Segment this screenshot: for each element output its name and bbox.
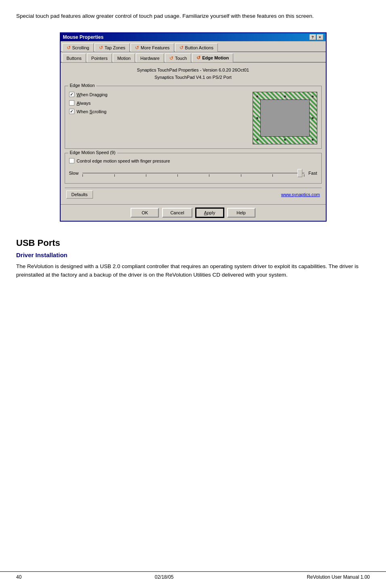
tab-button-actions[interactable]: ↺ Button Actions (175, 43, 218, 52)
synaptics-line1: Synaptics TouchPad Properties - Version … (65, 67, 322, 74)
button-actions-tab-icon: ↺ (179, 45, 184, 51)
synaptics-link[interactable]: www.synaptics.com (281, 192, 320, 197)
driver-installation-title: Driver Installation (16, 252, 370, 258)
tick-6 (241, 174, 241, 177)
tick-4 (177, 174, 178, 177)
when-scrolling-label: When Scrolling (77, 109, 107, 114)
speed-content: Control edge motion speed with finger pr… (69, 157, 317, 177)
synaptics-info: Synaptics TouchPad Properties - Version … (65, 67, 322, 81)
when-scrolling-checkbox[interactable] (69, 109, 74, 114)
always-checkbox[interactable] (69, 100, 74, 106)
intro-paragraph: Special touch pad features allow greater… (16, 12, 370, 20)
always-label: Always (77, 101, 91, 106)
edge-motion-checkboxes: When Dragging Always When Scrolling (69, 92, 245, 144)
finger-pressure-label: Control edge motion speed with finger pr… (77, 159, 170, 163)
touch-tab-label: Touch (175, 56, 187, 61)
slider-thumb[interactable] (297, 169, 302, 177)
edge-motion-groupbox: Edge Motion When Dragging Always (65, 86, 322, 149)
dialog-wrapper: Mouse Properties ? × ↺ Scrolling ↺ Tap Z… (16, 32, 370, 222)
touch-tab-icon: ↺ (169, 55, 173, 61)
dialog-action-buttons: OK Cancel Apply Help (61, 204, 326, 221)
finger-pressure-checkbox[interactable] (69, 158, 74, 163)
tab-pointers[interactable]: Pointers (87, 53, 112, 62)
touchpad-outer (253, 92, 317, 144)
tick-8 (304, 174, 304, 177)
cancel-button[interactable]: Cancel (162, 208, 192, 218)
usb-section: USB Ports Driver Installation The ReVolu… (16, 238, 370, 279)
when-dragging-row: When Dragging (69, 92, 245, 97)
fast-label: Fast (308, 171, 317, 176)
buttons-tab-label: Buttons (67, 56, 82, 61)
usb-ports-title: USB Ports (16, 238, 370, 248)
tabs-row1: ↺ Scrolling ↺ Tap Zones ↺ More Features … (61, 41, 326, 52)
dot-middle-right (312, 117, 314, 119)
ok-button[interactable]: OK (131, 208, 159, 218)
edge-motion-tab-label: Edge Motion (202, 55, 229, 60)
tab-buttons[interactable]: Buttons (62, 53, 86, 62)
tick-1 (82, 174, 83, 177)
button-actions-tab-label: Button Actions (185, 45, 213, 50)
dialog-titlebar: Mouse Properties ? × (61, 33, 326, 41)
tab-more-features[interactable]: ↺ More Features (131, 43, 174, 52)
more-features-tab-label: More Features (141, 45, 170, 50)
tab-tap-zones[interactable]: ↺ Tap Zones (95, 43, 130, 52)
hardware-tab-label: Hardware (140, 56, 160, 61)
tab-motion[interactable]: Motion (113, 53, 135, 62)
speed-slider[interactable] (82, 169, 304, 177)
always-row: Always (69, 100, 245, 106)
tick-7 (272, 174, 273, 177)
tab-edge-motion[interactable]: ↺ Edge Motion (192, 53, 233, 62)
apply-button[interactable]: Apply (196, 208, 224, 218)
slow-label: Slow (69, 171, 79, 176)
edge-motion-group-title: Edge Motion (68, 83, 97, 88)
scrolling-tab-icon: ↺ (67, 45, 71, 51)
dialog-bottom: Defaults www.synaptics.com (65, 188, 322, 200)
dot-top-middle (284, 95, 286, 97)
speed-slider-row: Slow (69, 169, 317, 177)
titlebar-controls: ? × (310, 34, 323, 40)
touchpad-inner (260, 99, 310, 137)
close-titlebar-button[interactable]: × (317, 34, 323, 40)
dot-top-right (312, 95, 314, 97)
slider-line (82, 173, 304, 173)
more-features-tab-icon: ↺ (135, 45, 139, 51)
when-scrolling-row: When Scrolling (69, 109, 245, 114)
page-footer: 40 02/18/05 ReVolution User Manual 1.00 (0, 571, 386, 580)
pointers-tab-label: Pointers (91, 56, 108, 61)
speed-group-title: Edge Motion Speed (9) (68, 150, 117, 155)
usb-description: The ReVolution is designed with a USB 2.… (16, 262, 370, 279)
tabs-row2: Buttons Pointers Motion Hardware ↺ Touch… (61, 52, 326, 63)
synaptics-line2: Synaptics TouchPad V4.1 on PS/2 Port (65, 74, 322, 81)
dot-middle-left (256, 117, 258, 119)
edge-motion-speed-groupbox: Edge Motion Speed (9) Control edge motio… (65, 153, 322, 184)
dot-top-left (256, 95, 258, 97)
mouse-properties-dialog: Mouse Properties ? × ↺ Scrolling ↺ Tap Z… (60, 32, 327, 222)
defaults-button[interactable]: Defaults (66, 190, 93, 199)
tick-5 (209, 174, 209, 177)
dialog-body: Synaptics TouchPad Properties - Version … (61, 63, 326, 204)
dialog-title: Mouse Properties (63, 34, 104, 40)
scrolling-tab-label: Scrolling (72, 45, 89, 50)
when-dragging-checkbox[interactable] (69, 92, 74, 97)
dot-bottom-left (256, 139, 258, 141)
dot-bottom-middle (284, 139, 286, 141)
when-dragging-label: When Dragging (77, 92, 108, 97)
footer-date: 02/18/05 (155, 574, 174, 580)
motion-tab-label: Motion (117, 56, 131, 61)
tab-scrolling[interactable]: ↺ Scrolling (62, 43, 94, 52)
tab-hardware[interactable]: Hardware (136, 53, 164, 62)
tick-3 (146, 174, 146, 177)
tap-zones-tab-label: Tap Zones (105, 45, 125, 50)
help-titlebar-button[interactable]: ? (310, 34, 316, 40)
tab-touch[interactable]: ↺ Touch (165, 53, 191, 62)
footer-product: ReVolution User Manual 1.00 (307, 574, 370, 580)
finger-pressure-row: Control edge motion speed with finger pr… (69, 158, 317, 163)
page-content: Special touch pad features allow greater… (0, 0, 386, 303)
tap-zones-tab-icon: ↺ (99, 45, 103, 51)
footer-page-number: 40 (16, 574, 21, 580)
edge-motion-tab-icon: ↺ (196, 55, 200, 61)
touchpad-visual (253, 92, 317, 144)
help-button[interactable]: Help (227, 208, 255, 218)
dot-bottom-right (312, 139, 314, 141)
tick-2 (114, 174, 115, 177)
